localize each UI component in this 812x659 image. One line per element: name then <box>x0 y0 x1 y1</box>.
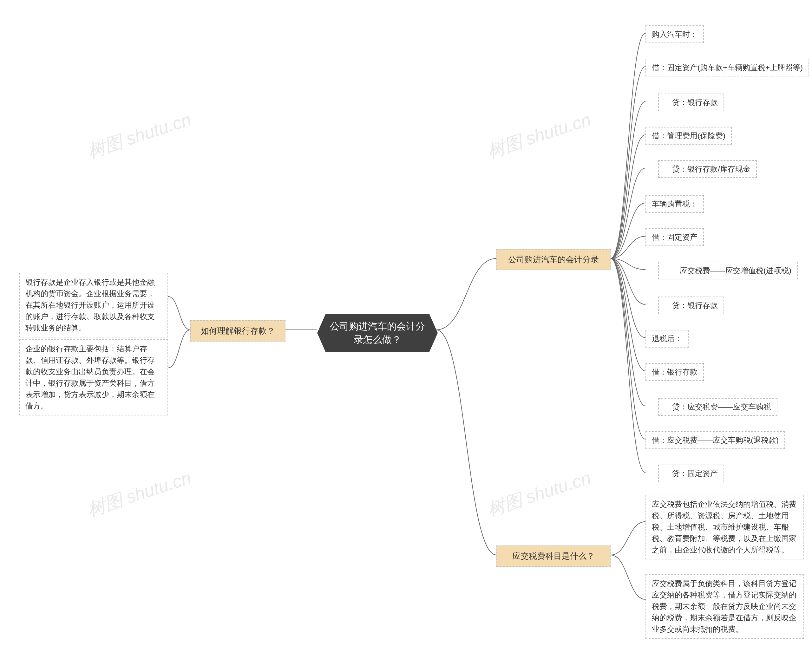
branch-label: 公司购进汽车的会计分录 <box>508 255 599 264</box>
leaf-node: 贷：银行存款 <box>658 296 724 314</box>
leaf-node: 借：管理费用(保险费) <box>645 127 732 145</box>
branch-label: 如何理解银行存款？ <box>201 326 275 336</box>
leaf-node: 借：银行存款 <box>645 363 704 381</box>
leaf-node: 应交税费——应交增值税(进项税) <box>658 262 798 279</box>
leaf-text: 贷：银行存款 <box>664 301 718 309</box>
leaf-node: 购入汽车时： <box>645 25 704 43</box>
leaf-node: 借：应交税费——应交车购税(退税款) <box>645 431 785 449</box>
leaf-text: 应交税费属于负债类科目，该科目贷方登记应交纳的各种税费等，借方登记实际交纳的税费… <box>652 579 796 633</box>
leaf-node: 借：固定资产(购车款+车辆购置税+上牌照等) <box>645 59 809 76</box>
leaf-node: 贷：应交税费——应交车购税 <box>658 398 777 416</box>
leaf-text: 企业的银行存款主要包括：结算户存款、信用证存款、外埠存款等。银行存款的收支业务由… <box>25 344 155 410</box>
branch-accounting-entries: 公司购进汽车的会计分录 <box>497 249 610 270</box>
leaf-text: 贷：银行存款/库存现金 <box>664 165 751 173</box>
branch-tax-payable: 应交税费科目是什么？ <box>497 545 610 567</box>
watermark: 树图 shutu.cn <box>85 466 194 522</box>
leaf-text: 购入汽车时： <box>652 30 697 38</box>
leaf-text: 借：管理费用(保险费) <box>652 131 725 140</box>
leaf-node: 企业的银行存款主要包括：结算户存款、信用证存款、外埠存款等。银行存款的收支业务由… <box>19 339 168 415</box>
leaf-text: 借：固定资产(购车款+车辆购置税+上牌照等) <box>652 63 803 72</box>
leaf-node: 借：固定资产 <box>645 229 704 246</box>
leaf-node: 贷：银行存款 <box>658 93 724 111</box>
watermark: 树图 shutu.cn <box>484 107 594 164</box>
leaf-text: 银行存款是企业存入银行或是其他金融机构的货币资金。企业根据业务需要，在其所在地银… <box>25 278 155 332</box>
leaf-text: 贷：固定资产 <box>664 469 718 478</box>
leaf-text: 退税后： <box>652 334 682 343</box>
leaf-node: 应交税费属于负债类科目，该科目贷方登记应交纳的各种税费等，借方登记实际交纳的税费… <box>645 574 804 639</box>
root-label: 公司购进汽车的会计分录怎么做？ <box>330 321 425 345</box>
leaf-text: 贷：银行存款 <box>664 98 718 107</box>
leaf-text: 借：固定资产 <box>652 233 697 241</box>
leaf-text: 借：应交税费——应交车购税(退税款) <box>652 436 779 444</box>
branch-label: 应交税费科目是什么？ <box>512 551 595 561</box>
leaf-node: 应交税费包括企业依法交纳的增值税、消费税、所得税、资源税、房产税、土地使用税、土… <box>645 495 804 560</box>
leaf-node: 车辆购置税： <box>645 195 704 213</box>
leaf-text: 车辆购置税： <box>652 199 697 208</box>
watermark: 树图 shutu.cn <box>484 466 594 522</box>
leaf-node: 贷：银行存款/库存现金 <box>658 160 757 178</box>
leaf-text: 应交税费——应交增值税(进项税) <box>664 266 792 274</box>
leaf-text: 借：银行存款 <box>652 367 697 376</box>
branch-bank-deposit: 如何理解银行存款？ <box>190 320 285 342</box>
leaf-text: 应交税费包括企业依法交纳的增值税、消费税、所得税、资源税、房产税、土地使用税、土… <box>652 500 796 554</box>
watermark: 树图 shutu.cn <box>85 107 194 164</box>
leaf-node: 贷：固定资产 <box>658 465 724 482</box>
leaf-text: 贷：应交税费——应交车购税 <box>664 402 771 411</box>
leaf-node: 退税后： <box>645 330 689 348</box>
mindmap-root: 公司购进汽车的会计分录怎么做？ <box>317 314 438 352</box>
leaf-node: 银行存款是企业存入银行或是其他金融机构的货币资金。企业根据业务需要，在其所在地银… <box>19 273 168 337</box>
